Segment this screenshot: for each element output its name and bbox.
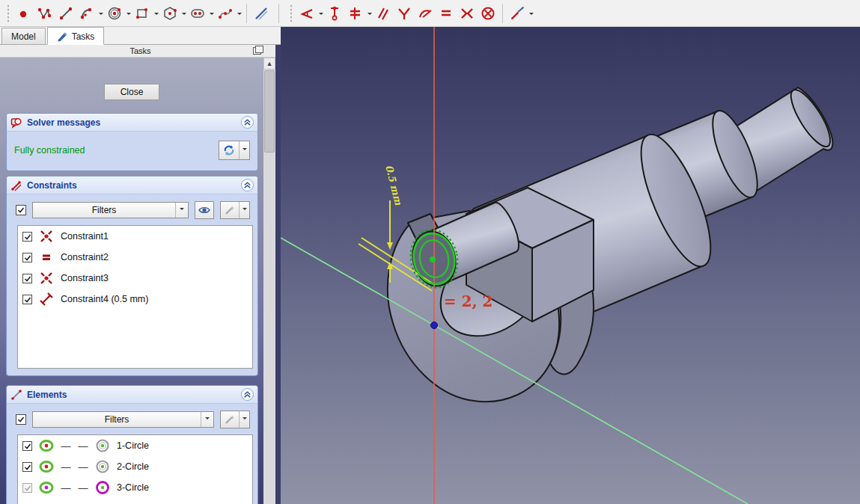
check-icon: [24, 233, 31, 241]
refresh-button[interactable]: [219, 141, 239, 159]
part-3d-model[interactable]: [388, 84, 837, 402]
element-checkbox[interactable]: [22, 441, 32, 451]
elements-collapse-button[interactable]: [241, 388, 254, 401]
elements-settings-button[interactable]: [221, 411, 239, 428]
bspline-dropdown-arrow[interactable]: [237, 13, 242, 17]
scrollbar-thumb[interactable]: [264, 70, 275, 153]
toolbar-grip[interactable]: [289, 4, 293, 22]
check-icon: [17, 206, 25, 214]
combobox-dropdown-arrow[interactable]: [175, 203, 188, 218]
panel-float-button[interactable]: [253, 47, 261, 55]
constrain-distance-button[interactable]: [345, 2, 366, 25]
sketch-circle-icon: [39, 438, 54, 453]
arc-dropdown-arrow[interactable]: [99, 13, 103, 17]
create-polygon-button[interactable]: [159, 2, 180, 25]
solver-messages-icon: [10, 117, 22, 129]
element-label: 3-Circle: [117, 482, 149, 493]
show-hide-constraints-button[interactable]: [195, 201, 214, 219]
constraint-row[interactable]: Constraint4 (0.5 mm): [18, 289, 252, 310]
constrain-block-button[interactable]: [478, 2, 498, 25]
tangent-constraint-icon: [417, 5, 433, 22]
auto-update-split-button[interactable]: [219, 141, 250, 160]
constraints-section: Constraints Filters: [6, 176, 258, 376]
tab-model-label: Model: [11, 31, 36, 42]
create-line-button[interactable]: [55, 2, 76, 25]
element-checkbox-disabled[interactable]: [22, 483, 32, 493]
lock-constraint-icon: [326, 5, 343, 22]
elements-header[interactable]: Elements: [7, 386, 257, 404]
constraints-settings-split-button[interactable]: [220, 201, 250, 219]
check-icon: [24, 464, 31, 471]
constraint-row[interactable]: Constraint3: [18, 268, 252, 289]
toolbar-grip[interactable]: [6, 4, 10, 22]
constraint-checkbox[interactable]: [22, 274, 32, 283]
tab-tasks[interactable]: Tasks: [47, 27, 105, 45]
create-slot-button[interactable]: [187, 2, 208, 25]
tasks-scrollbar[interactable]: ▲: [263, 58, 275, 504]
tasks-scroll-area: Close Solver messages Fully constrained: [0, 58, 263, 504]
constraints-settings-dropdown-arrow[interactable]: [239, 202, 249, 218]
constraint-row[interactable]: Constraint2: [18, 247, 252, 268]
close-task-button[interactable]: Close: [104, 84, 159, 100]
circle-dropdown-arrow[interactable]: [126, 13, 131, 17]
solver-status-text: Fully constrained: [14, 145, 219, 156]
element-row[interactable]: — — 3-Circle: [18, 477, 252, 498]
constraints-filter-checkbox[interactable]: [16, 205, 26, 215]
constraints-header[interactable]: Constraints: [7, 176, 257, 194]
constrain-perpendicular-button[interactable]: [394, 2, 415, 25]
rectangle-dropdown-arrow[interactable]: [154, 13, 159, 17]
dimension-label[interactable]: 0.5 mm: [383, 164, 404, 206]
constrain-symmetric-button[interactable]: [457, 2, 478, 25]
element-checkbox[interactable]: [22, 462, 32, 472]
solver-collapse-button[interactable]: [241, 116, 254, 129]
create-circle-button[interactable]: [104, 2, 125, 25]
element-row[interactable]: — — 2-Circle: [18, 456, 252, 477]
scrollbar-up-button[interactable]: ▲: [263, 58, 275, 70]
toggle-driving-constraint-button[interactable]: [507, 2, 528, 25]
elements-settings-split-button[interactable]: [220, 411, 250, 428]
constraints-settings-button[interactable]: [221, 202, 239, 218]
create-rectangle-button[interactable]: [132, 2, 153, 25]
constraint-checkbox[interactable]: [22, 253, 32, 262]
constrain-equal-button[interactable]: [436, 2, 457, 25]
constraint-label: Constraint4 (0.5 mm): [61, 294, 148, 304]
constrain-lock-button[interactable]: [324, 2, 345, 25]
angle-dropdown-arrow[interactable]: [319, 13, 323, 17]
constraints-filter-combobox[interactable]: Filters: [32, 202, 189, 218]
constrain-tangent-button[interactable]: [415, 2, 436, 25]
panel-splitter[interactable]: [275, 45, 281, 504]
constraint-checkbox[interactable]: [22, 232, 32, 242]
solver-messages-header[interactable]: Solver messages: [7, 114, 257, 132]
driving-dropdown-arrow[interactable]: [529, 13, 534, 17]
element-row[interactable]: — — 1-Circle: [18, 435, 252, 456]
slot-dropdown-arrow[interactable]: [210, 13, 214, 17]
constraint-row[interactable]: Constraint1: [18, 226, 252, 247]
tab-tasks-label: Tasks: [72, 31, 95, 42]
create-bspline-button[interactable]: [215, 2, 236, 25]
tab-model[interactable]: Model: [1, 28, 46, 44]
elements-filter-combobox[interactable]: Filters: [32, 411, 214, 428]
refresh-dropdown-arrow[interactable]: [239, 141, 249, 159]
elements-settings-dropdown-arrow[interactable]: [239, 411, 249, 428]
create-polyline-button[interactable]: [34, 2, 55, 25]
distance-dropdown-arrow[interactable]: [368, 13, 372, 17]
elements-list[interactable]: — — 1-Circle — — 2-Circle: [17, 434, 253, 504]
elements-section: Elements Filters: [6, 385, 258, 504]
constraint-checkbox[interactable]: [22, 295, 32, 304]
constraints-collapse-button[interactable]: [241, 179, 254, 191]
3d-viewport[interactable]: 0.5 mm = 2, 2: [281, 27, 860, 504]
polygon-dropdown-arrow[interactable]: [182, 13, 186, 17]
constraint-label: Constraint2: [61, 252, 109, 262]
elements-filter-checkbox[interactable]: [16, 414, 26, 425]
constrain-angle-button[interactable]: [296, 2, 317, 25]
check-icon: [24, 485, 31, 492]
toggle-construction-geometry-button[interactable]: [251, 2, 272, 25]
check-icon: [24, 275, 31, 283]
constraints-list[interactable]: Constraint1 Constraint2: [17, 225, 253, 369]
create-arc-button[interactable]: [76, 2, 97, 25]
create-point-button[interactable]: [13, 2, 34, 25]
pencil-icon: [57, 31, 68, 42]
settings-wand-icon: [223, 203, 237, 217]
combobox-dropdown-arrow[interactable]: [201, 412, 213, 427]
constrain-parallel-button[interactable]: [373, 2, 394, 25]
